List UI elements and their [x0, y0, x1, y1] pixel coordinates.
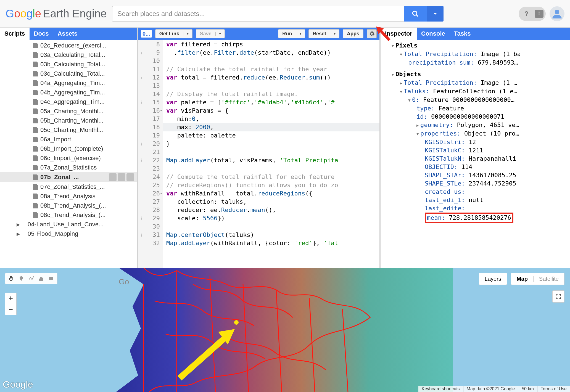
- map-data-label: Map data ©2021 Google: [463, 386, 518, 392]
- marker-tool[interactable]: [17, 275, 25, 282]
- user-icon: [551, 8, 563, 19]
- script-item-label: 08a_Trend_Analysis: [40, 193, 96, 200]
- folder-item[interactable]: ▶04-Land_Use_Land_Cove...: [0, 220, 137, 229]
- run-button[interactable]: Run▼: [278, 29, 305, 38]
- script-item[interactable]: 08c_Trend_Analysis_(...: [0, 210, 137, 220]
- search-dropdown-button[interactable]: [427, 6, 444, 22]
- fullscreen-icon: [555, 293, 561, 300]
- left-tab-bar: Scripts Docs Assets: [0, 28, 137, 40]
- rectangle-tool[interactable]: [47, 275, 55, 282]
- script-item[interactable]: 04b_Aggregating_Tim...: [0, 88, 137, 97]
- script-item[interactable]: 05c_Charting_Monthl...: [0, 125, 137, 135]
- pan-tool[interactable]: [7, 275, 15, 282]
- expand-icon: ▶: [17, 222, 20, 227]
- script-item-label: 03a_Calculating_Total...: [40, 51, 105, 59]
- scripts-list[interactable]: 02c_Reducers_(exerci...03a_Calculating_T…: [0, 40, 137, 268]
- inspector-tree[interactable]: ▼Pixels ▼Total Precipitation: Image (1 b…: [381, 40, 570, 268]
- google-watermark: Google: [3, 379, 33, 390]
- tab-tasks[interactable]: Tasks: [450, 28, 475, 40]
- map-view[interactable]: Go + − Layers Map Satellite Goo: [0, 268, 570, 392]
- script-item[interactable]: 06a_Import: [0, 135, 137, 144]
- search-input[interactable]: [112, 6, 404, 22]
- script-item-label: 04c_Aggregating_Tim...: [40, 98, 105, 105]
- script-action-icon[interactable]: [126, 173, 134, 181]
- apps-button[interactable]: Apps: [343, 29, 363, 38]
- script-item-label: 05b_Charting_Monthl...: [40, 117, 104, 124]
- svg-line-1: [416, 15, 418, 17]
- script-item-label: 06c_Import_(exercise): [40, 155, 101, 162]
- feedback-button[interactable]: !: [535, 10, 543, 18]
- zoom-out-button[interactable]: −: [5, 304, 16, 315]
- svg-point-0: [413, 11, 417, 15]
- script-item[interactable]: 05b_Charting_Monthl...: [0, 116, 137, 125]
- tab-console[interactable]: Console: [417, 28, 450, 40]
- account-avatar[interactable]: [550, 6, 564, 21]
- script-action-icon[interactable]: [109, 173, 117, 181]
- file-icon: [33, 43, 38, 48]
- settings-button[interactable]: [367, 29, 377, 38]
- code-editor[interactable]: 89i101112i131415i16▾17181920i2122i232425…: [138, 40, 379, 268]
- zoom-in-button[interactable]: +: [5, 293, 16, 304]
- chevron-down-icon[interactable]: ▼: [183, 32, 192, 36]
- script-item[interactable]: 04c_Aggregating_Tim...: [0, 97, 137, 107]
- svg-rect-5: [49, 277, 53, 280]
- file-icon: [33, 52, 38, 58]
- terms-link[interactable]: Terms of Use: [537, 386, 570, 392]
- script-item-label: 06a_Import: [40, 136, 71, 143]
- search-button[interactable]: [404, 6, 427, 22]
- script-item[interactable]: 08b_Trend_Analysis_(...: [0, 201, 137, 210]
- map-type-satellite[interactable]: Satellite: [533, 276, 564, 282]
- script-item[interactable]: 03a_Calculating_Total...: [0, 50, 137, 60]
- chevron-down-icon[interactable]: ▼: [296, 32, 305, 36]
- tab-docs[interactable]: Docs: [30, 28, 53, 40]
- help-button[interactable]: ?: [521, 8, 532, 19]
- script-item[interactable]: 04a_Aggregating_Tim...: [0, 78, 137, 88]
- layers-button[interactable]: Layers: [479, 273, 507, 285]
- script-item[interactable]: 03c_Calculating_Total...: [0, 69, 137, 78]
- line-tool[interactable]: [27, 275, 35, 282]
- get-link-button[interactable]: Get Link▼: [155, 29, 192, 38]
- imports-badge[interactable]: 0...: [141, 30, 152, 38]
- script-item-label: 05a_Charting_Monthl...: [40, 108, 104, 115]
- script-item-label: 07b_Zonal_...: [40, 174, 79, 181]
- script-item[interactable]: 07a_Zonal_Statistics: [0, 163, 137, 172]
- tab-scripts[interactable]: Scripts: [0, 28, 30, 40]
- file-icon: [33, 155, 38, 161]
- fullscreen-button[interactable]: [552, 290, 564, 303]
- file-icon: [33, 137, 38, 142]
- script-item-label: 06b_Import_(complete): [40, 145, 103, 152]
- file-icon: [33, 203, 38, 208]
- file-icon: [33, 212, 38, 218]
- script-item[interactable]: 05a_Charting_Monthl...: [0, 107, 137, 116]
- script-item[interactable]: 03b_Calculating_Total...: [0, 60, 137, 69]
- script-item[interactable]: 06b_Import_(complete): [0, 144, 137, 153]
- script-item-label: 02c_Reducers_(exerci...: [40, 42, 106, 49]
- chevron-down-icon[interactable]: ▼: [215, 32, 225, 36]
- logo: Google Earth Engine: [6, 7, 107, 20]
- script-item-label: 03b_Calculating_Total...: [40, 61, 105, 68]
- script-item[interactable]: 07b_Zonal_...: [0, 172, 137, 182]
- file-icon: [33, 62, 38, 67]
- app-header: Google Earth Engine ? !: [0, 0, 570, 28]
- chevron-down-icon[interactable]: ▼: [330, 32, 339, 36]
- map-canvas: Go: [0, 268, 570, 392]
- script-action-icon[interactable]: [118, 173, 125, 181]
- tab-assets[interactable]: Assets: [53, 28, 82, 40]
- keyboard-shortcuts-link[interactable]: Keyboard shortcuts: [418, 386, 463, 392]
- expand-icon: ▶: [17, 231, 20, 237]
- polygon-tool[interactable]: [37, 275, 45, 282]
- script-item[interactable]: 06c_Import_(exercise): [0, 153, 137, 163]
- script-item-label: 04b_Aggregating_Tim...: [40, 89, 105, 96]
- save-button[interactable]: Save▼: [196, 29, 225, 38]
- script-item[interactable]: 07c_Zonal_Statistics_...: [0, 182, 137, 192]
- file-icon: [33, 99, 38, 105]
- file-icon: [33, 146, 38, 152]
- gear-icon: [369, 31, 375, 37]
- tab-inspector[interactable]: Inspector: [381, 28, 417, 40]
- script-item[interactable]: 02c_Reducers_(exerci...: [0, 41, 137, 50]
- folder-item[interactable]: ▶05-Flood_Mapping: [0, 229, 137, 239]
- script-item-label: 07a_Zonal_Statistics: [40, 164, 97, 171]
- map-type-map[interactable]: Map: [511, 276, 533, 282]
- script-item[interactable]: 08a_Trend_Analysis: [0, 192, 137, 201]
- reset-button[interactable]: Reset▼: [308, 29, 339, 38]
